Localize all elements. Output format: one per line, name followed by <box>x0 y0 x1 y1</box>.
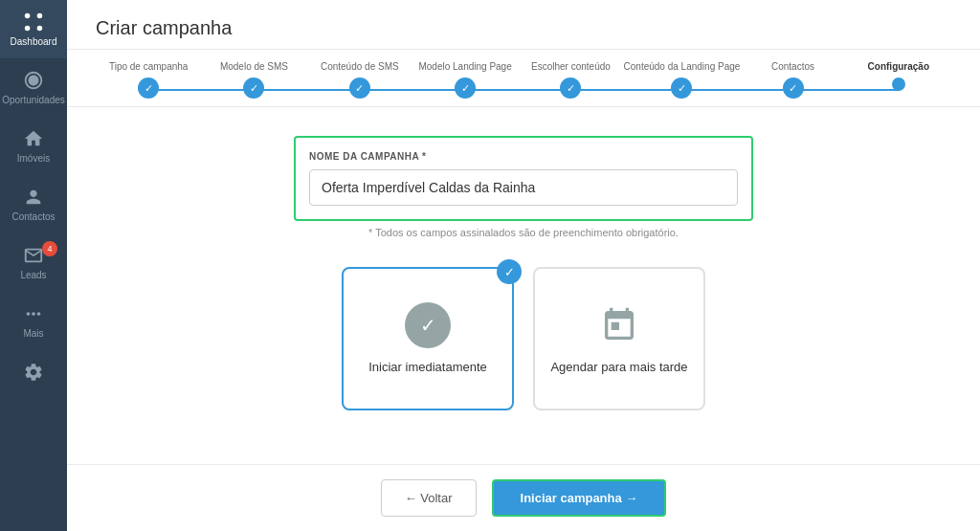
step-4-label: Modelo Landing Page <box>418 61 511 72</box>
sidebar-label-mais: Mais <box>23 328 43 339</box>
step-7-label: Contactos <box>771 61 814 72</box>
form-group: NOME DA CAMPANHA * * Todos os campos ass… <box>294 136 753 238</box>
step-2: Modelo de SMS ✓ <box>201 61 306 99</box>
step-1-label: Tipo de campanha <box>109 61 188 72</box>
stepper: Tipo de campanha ✓ Modelo de SMS ✓ Conte… <box>96 61 951 99</box>
stepper-container: Tipo de campanha ✓ Modelo de SMS ✓ Conte… <box>67 50 980 107</box>
content-area: NOME DA CAMPANHA * * Todos os campos ass… <box>67 107 980 464</box>
step-4-circle: ✓ <box>455 77 476 99</box>
step-2-circle: ✓ <box>243 77 264 99</box>
form-hint: * Todos os campos assinalados são de pre… <box>294 227 753 238</box>
sidebar-item-imoveis[interactable]: Imóveis <box>0 117 67 175</box>
step-8: Configuração <box>846 61 951 91</box>
step-6: Conteúdo da Landing Page ✓ <box>624 61 741 99</box>
form-box: NOME DA CAMPANHA * <box>294 136 753 221</box>
option-schedule[interactable]: Agendar para mais tarde <box>533 267 705 410</box>
step-3-label: Conteúdo de SMS <box>321 61 399 72</box>
main-content: Criar campanha Tipo de campanha ✓ Modelo… <box>67 0 980 531</box>
sidebar-item-settings[interactable] <box>0 350 67 394</box>
step-7-circle: ✓ <box>783 77 804 99</box>
step-3: Conteúdo de SMS ✓ <box>307 61 412 99</box>
schedule-label: Agendar para mais tarde <box>550 360 687 376</box>
step-1-circle: ✓ <box>138 77 159 99</box>
sidebar-item-dashboard[interactable]: Dashboard <box>0 0 67 58</box>
sidebar-label-contactos: Contactos <box>11 211 55 222</box>
sidebar-label-dashboard: Dashboard <box>11 36 57 47</box>
sidebar-label-imoveis: Imóveis <box>17 153 50 164</box>
back-button[interactable]: ← Voltar <box>381 479 477 517</box>
step-3-circle: ✓ <box>349 77 370 99</box>
svg-point-1 <box>37 13 42 19</box>
sidebar-item-oportunidades[interactable]: Oportunidades <box>0 58 67 117</box>
campaign-name-label: NOME DA CAMPANHA * <box>309 151 738 162</box>
sidebar: Dashboard Oportunidades Imóveis Contacto… <box>0 0 67 531</box>
immediate-label: Iniciar imediatamente <box>368 360 487 376</box>
step-2-label: Modelo de SMS <box>220 61 288 72</box>
start-campaign-button[interactable]: Iniciar campanha → <box>492 479 667 517</box>
step-8-label: Configuração <box>868 61 929 72</box>
selected-badge: ✓ <box>497 259 522 284</box>
step-6-label: Conteúdo da Landing Page <box>624 61 741 72</box>
step-5: Escolher conteúdo ✓ <box>518 61 623 99</box>
page-header: Criar campanha <box>67 0 980 50</box>
campaign-name-input[interactable] <box>309 169 738 206</box>
leads-badge: 4 <box>42 241 57 256</box>
sidebar-item-contactos[interactable]: Contactos <box>0 175 67 233</box>
calendar-icon <box>596 302 642 348</box>
sidebar-label-leads: Leads <box>20 270 46 280</box>
sidebar-item-leads[interactable]: 4 Leads <box>0 233 67 292</box>
option-immediate[interactable]: ✓ ✓ Iniciar imediatamente <box>342 267 514 410</box>
step-4: Modelo Landing Page ✓ <box>412 61 518 99</box>
step-5-circle: ✓ <box>560 77 581 99</box>
svg-point-0 <box>25 13 31 19</box>
step-1: Tipo de campanha ✓ <box>96 61 201 99</box>
svg-point-2 <box>25 26 31 31</box>
svg-point-3 <box>37 26 42 31</box>
footer: ← Voltar Iniciar campanha → <box>67 464 980 531</box>
step-5-label: Escolher conteúdo <box>531 61 611 72</box>
step-8-circle <box>892 77 905 91</box>
sidebar-label-oportunidades: Oportunidades <box>2 95 65 105</box>
immediate-icon: ✓ <box>405 302 451 348</box>
sidebar-item-mais[interactable]: Mais <box>0 292 67 350</box>
page-title: Criar campanha <box>96 17 951 39</box>
options-row: ✓ ✓ Iniciar imediatamente Agendar para m… <box>342 267 705 410</box>
step-6-circle: ✓ <box>671 77 692 99</box>
step-7: Contactos ✓ <box>740 61 845 99</box>
